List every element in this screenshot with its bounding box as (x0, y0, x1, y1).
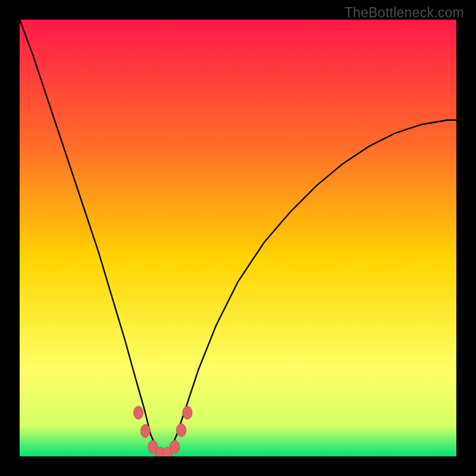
highlight-point (183, 406, 192, 419)
highlight-point (177, 424, 186, 437)
highlight-point (134, 406, 143, 419)
watermark-text: TheBottleneck.com (345, 5, 464, 21)
chart-frame: TheBottleneck.com (0, 0, 476, 476)
plot-svg (20, 20, 456, 456)
gradient-background (20, 20, 456, 456)
highlight-point (170, 440, 180, 453)
highlight-point (140, 424, 150, 437)
plot-area (20, 20, 456, 456)
